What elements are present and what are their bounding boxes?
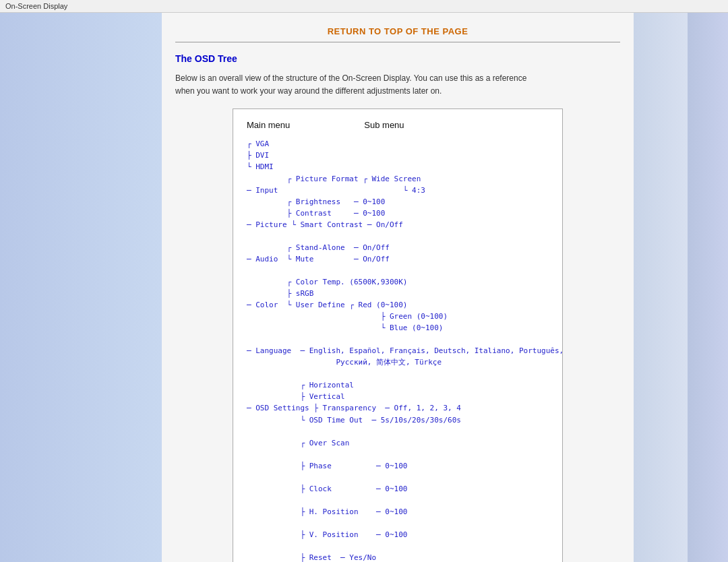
sidebar-right-1 — [634, 13, 688, 562]
divider — [175, 42, 620, 42]
osd-tree-content: ┌ VGA ├ DVI └ HDMI ┌ Picture Format ┌ Wi… — [247, 138, 549, 562]
title-bar: On-Screen Display — [0, 0, 728, 13]
sidebar-left — [0, 13, 162, 562]
osd-tree-diagram: Main menu Sub menu ┌ VGA ├ DVI └ HDMI ┌ … — [233, 108, 563, 562]
desc-line2: when you want to work your way around th… — [175, 86, 442, 96]
sub-menu-header: Sub menu — [364, 120, 404, 130]
description: Below is an overall view of the structur… — [175, 72, 620, 98]
tree-header: Main menu Sub menu — [247, 120, 549, 130]
sidebar-right-2 — [688, 13, 728, 562]
section-title: The OSD Tree — [175, 53, 620, 64]
return-link[interactable]: RETURN TO TOP OF THE PAGE — [328, 26, 468, 36]
content-area: RETURN TO TOP OF THE PAGE The OSD Tree B… — [162, 13, 634, 562]
return-link-container[interactable]: RETURN TO TOP OF THE PAGE — [175, 26, 620, 36]
main-menu-header: Main menu — [247, 120, 290, 130]
desc-line1: Below is an overall view of the structur… — [175, 73, 526, 83]
title-text: On-Screen Display — [5, 2, 67, 10]
